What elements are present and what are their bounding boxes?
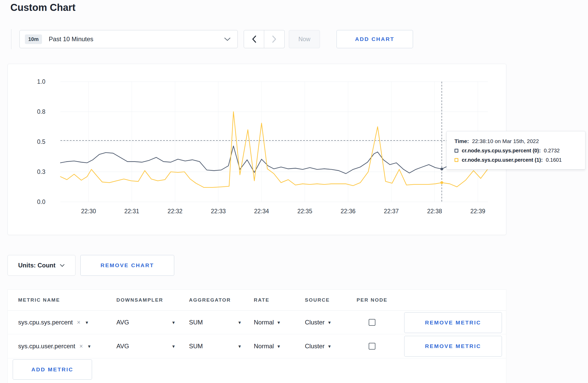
rate-cell: Normal ▾ [254, 311, 280, 334]
add-metric-button[interactable]: ADD METRIC [13, 359, 92, 380]
tooltip-time-value: 22:38:10 on Mar 15th, 2022 [472, 138, 539, 144]
caret-down-icon: ▾ [238, 320, 241, 325]
metric-name-select[interactable]: sys.cpu.user.percent [18, 343, 75, 350]
per-node-checkbox[interactable] [369, 343, 375, 350]
downsampler-cell: AVG ▾ [116, 311, 175, 334]
caret-down-icon[interactable]: ▾ [88, 344, 91, 349]
metric-row: sys.cpu.sys.percent × ▾ AVG ▾ SUM ▾ [8, 311, 506, 334]
aggregator-select[interactable]: SUM ▾ [189, 319, 241, 326]
aggregator-cell: SUM ▾ [189, 311, 241, 334]
chart-card: 0.00.30.50.81.022:3022:3122:3222:3322:34… [8, 64, 506, 235]
remove-metric-button[interactable]: REMOVE METRIC [404, 312, 502, 333]
caret-down-icon: ▾ [277, 344, 280, 349]
x-axis-tick-label: 22:38 [427, 208, 442, 215]
metric-name-value: sys.cpu.sys.percent [18, 319, 73, 326]
y-axis-tick-label: 0.8 [37, 108, 45, 115]
downsampler-value: AVG [116, 319, 129, 326]
units-label: Units: Count [18, 262, 55, 269]
downsampler-cell: AVG ▾ [116, 334, 175, 358]
series-sys-swatch-icon [454, 149, 458, 153]
y-axis-tick-label: 1.0 [37, 78, 45, 85]
time-range-dropdown[interactable]: 10m Past 10 Minutes [19, 30, 238, 48]
next-time-button[interactable] [264, 30, 285, 48]
source-value: Cluster [305, 343, 325, 350]
source-cell: Cluster ▾ [305, 311, 331, 334]
time-range-label: Past 10 Minutes [49, 36, 93, 43]
metric-name-value: sys.cpu.user.percent [18, 343, 75, 350]
rate-value: Normal [254, 343, 274, 350]
x-axis-tick-label: 22:35 [297, 208, 312, 215]
metrics-table-header: METRIC NAME DOWNSAMPLER AGGREGATOR RATE … [8, 290, 506, 311]
x-axis-tick-label: 22:36 [341, 208, 356, 215]
header-downsampler: DOWNSAMPLER [116, 290, 163, 310]
aggregator-select[interactable]: SUM ▾ [189, 343, 241, 350]
section-divider [11, 29, 11, 49]
x-axis-tick-label: 22:30 [81, 208, 96, 215]
per-node-cell [353, 334, 391, 358]
source-value: Cluster [305, 319, 325, 326]
metric-name-cell: sys.cpu.user.percent × ▾ [18, 334, 90, 358]
units-dropdown[interactable]: Units: Count [8, 255, 75, 276]
tooltip-series-value: 0.1601 [546, 157, 562, 163]
caret-down-icon: ▾ [328, 344, 331, 349]
source-cell: Cluster ▾ [305, 334, 331, 358]
tooltip-series-value: 0.2732 [544, 148, 560, 154]
series-line-cr.node.sys.cpu.user.percent [60, 112, 488, 187]
header-metric-name: METRIC NAME [18, 290, 60, 310]
chevron-down-icon [224, 37, 231, 41]
header-source: SOURCE [305, 290, 330, 310]
caret-down-icon[interactable]: ▾ [86, 320, 88, 325]
series-marker-cr.node.sys.cpu.user.percent [440, 181, 443, 184]
downsampler-select[interactable]: AVG ▾ [116, 319, 175, 326]
per-node-cell [353, 311, 391, 334]
y-axis-tick-label: 0.3 [37, 168, 45, 175]
aggregator-value: SUM [189, 319, 203, 326]
rate-select[interactable]: Normal ▾ [254, 343, 280, 350]
source-select[interactable]: Cluster ▾ [305, 343, 331, 350]
cpu-percent-chart-canvas[interactable]: 0.00.30.50.81.022:3022:3122:3222:3322:34… [8, 64, 506, 235]
caret-down-icon: ▾ [277, 320, 280, 325]
x-axis-tick-label: 22:34 [254, 208, 269, 215]
chevron-right-icon [272, 36, 277, 43]
caret-down-icon: ▾ [238, 344, 241, 349]
downsampler-value: AVG [116, 343, 129, 350]
series-user-swatch-icon [454, 158, 458, 162]
add-chart-button[interactable]: ADD CHART [337, 30, 413, 48]
prev-time-button[interactable] [244, 30, 264, 48]
series-marker-cr.node.sys.cpu.sys.percent [440, 168, 443, 171]
aggregator-cell: SUM ▾ [189, 334, 241, 358]
remove-metric-button[interactable]: REMOVE METRIC [404, 336, 502, 357]
downsampler-select[interactable]: AVG ▾ [116, 343, 175, 350]
remove-chart-button[interactable]: REMOVE CHART [80, 255, 174, 276]
y-axis-tick-label: 0.5 [37, 138, 45, 145]
time-range-badge: 10m [25, 34, 42, 44]
clear-metric-icon[interactable]: × [79, 343, 83, 349]
tooltip-time-row: Time:22:38:10 on Mar 15th, 2022 [454, 138, 578, 144]
chevron-down-icon [60, 264, 65, 267]
tooltip-time-label: Time: [454, 138, 469, 144]
tooltip-series-name: cr.node.sys.cpu.sys.percent (0): [462, 148, 541, 154]
x-axis-tick-label: 22:31 [124, 208, 139, 215]
metric-row: sys.cpu.user.percent × ▾ AVG ▾ SUM ▾ [8, 334, 506, 358]
header-rate: RATE [254, 290, 269, 310]
x-axis-tick-label: 22:33 [211, 208, 226, 215]
metrics-table: METRIC NAME DOWNSAMPLER AGGREGATOR RATE … [8, 289, 506, 383]
tooltip-series-row: cr.node.sys.cpu.sys.percent (0): 0.2732 [454, 148, 578, 154]
clear-metric-icon[interactable]: × [77, 320, 80, 325]
header-aggregator: AGGREGATOR [189, 290, 231, 310]
caret-down-icon: ▾ [172, 320, 175, 325]
chevron-left-icon [252, 36, 256, 43]
metric-name-select[interactable]: sys.cpu.sys.percent [18, 319, 73, 326]
chart-tooltip: Time:22:38:10 on Mar 15th, 2022 cr.node.… [446, 131, 585, 169]
x-axis-tick-label: 22:32 [167, 208, 183, 215]
tooltip-series-row: cr.node.sys.cpu.user.percent (1): 0.1601 [454, 157, 578, 163]
aggregator-value: SUM [189, 343, 203, 350]
rate-value: Normal [254, 319, 274, 326]
rate-select[interactable]: Normal ▾ [254, 319, 280, 326]
x-axis-tick-label: 22:39 [470, 208, 485, 215]
y-axis-tick-label: 0.0 [37, 198, 45, 205]
caret-down-icon: ▾ [328, 320, 331, 325]
per-node-checkbox[interactable] [369, 319, 375, 326]
source-select[interactable]: Cluster ▾ [305, 319, 331, 326]
now-button[interactable]: Now [289, 30, 320, 48]
